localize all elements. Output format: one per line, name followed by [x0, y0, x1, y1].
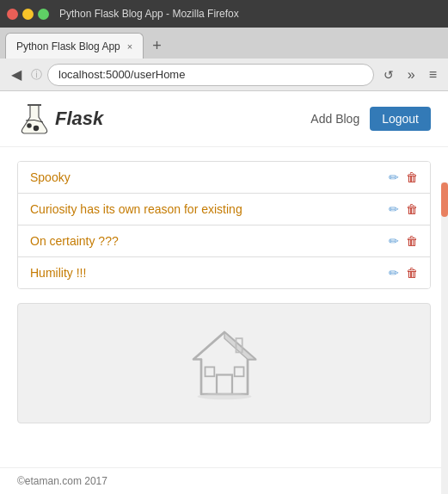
blog-list: Spooky✏🗑Curiosity has its own reason for… [17, 161, 431, 289]
tab-close-button[interactable]: × [127, 41, 132, 52]
menu-button[interactable]: ≡ [425, 65, 441, 84]
footer-text: ©etaman.com 2017 [17, 475, 107, 487]
blog-actions: ✏🗑 [389, 170, 418, 184]
blog-row: Curiosity has its own reason for existin… [18, 194, 430, 225]
navbar: Flask Add Blog Logout [0, 91, 448, 147]
blog-title-link[interactable]: Spooky [30, 170, 71, 184]
delete-icon[interactable]: 🗑 [406, 234, 418, 248]
page: Flask Add Blog Logout Spooky✏🗑Curiosity … [0, 91, 448, 494]
edit-icon[interactable]: ✏ [389, 202, 399, 216]
svg-point-8 [197, 393, 251, 399]
tab-bar: Python Flask Blog App × + [0, 28, 448, 59]
delete-icon[interactable]: 🗑 [406, 202, 418, 216]
blog-row: Humility !!!✏🗑 [18, 257, 430, 288]
edit-icon[interactable]: ✏ [389, 234, 399, 248]
blog-row: On certainty ???✏🗑 [18, 225, 430, 257]
footer: ©etaman.com 2017 [0, 467, 448, 494]
new-tab-button[interactable]: + [144, 33, 170, 59]
edit-icon[interactable]: ✏ [389, 170, 399, 184]
overflow-button[interactable]: » [403, 65, 420, 84]
minimize-window-button[interactable] [22, 9, 34, 20]
info-icon: ⓘ [31, 67, 42, 83]
reload-button[interactable]: ↺ [379, 66, 398, 83]
scrollbar-track[interactable] [441, 182, 448, 494]
delete-icon[interactable]: 🗑 [406, 170, 418, 184]
svg-rect-5 [205, 367, 214, 377]
svg-marker-2 [193, 332, 255, 394]
blog-actions: ✏🗑 [389, 202, 418, 216]
title-bar: Python Flask Blog App - Mozilla Firefox [0, 0, 448, 28]
svg-point-0 [28, 124, 31, 127]
active-tab[interactable]: Python Flask Blog App × [5, 33, 144, 59]
logout-button[interactable]: Logout [370, 107, 431, 131]
nav-right: Add Blog Logout [310, 107, 431, 131]
blog-title-link[interactable]: On certainty ??? [30, 234, 119, 248]
edit-icon[interactable]: ✏ [389, 266, 399, 280]
svg-marker-3 [224, 332, 255, 360]
svg-rect-6 [234, 367, 243, 377]
url-input[interactable] [47, 64, 374, 86]
flask-logo: Flask [17, 102, 103, 136]
svg-rect-4 [217, 375, 232, 395]
blog-actions: ✏🗑 [389, 266, 418, 280]
blog-title-link[interactable]: Curiosity has its own reason for existin… [30, 202, 242, 216]
flask-logo-icon [17, 102, 52, 136]
blog-row: Spooky✏🗑 [18, 162, 430, 194]
browser-content: Flask Add Blog Logout Spooky✏🗑Curiosity … [0, 91, 448, 494]
maximize-window-button[interactable] [38, 9, 49, 20]
tab-label: Python Flask Blog App [16, 40, 120, 52]
svg-point-1 [34, 127, 39, 131]
delete-icon[interactable]: 🗑 [406, 266, 418, 280]
add-blog-link[interactable]: Add Blog [310, 112, 359, 126]
house-icon [186, 324, 263, 402]
brand-name: Flask [55, 108, 103, 130]
back-button[interactable]: ◀ [7, 65, 26, 84]
blog-actions: ✏🗑 [389, 234, 418, 248]
close-window-button[interactable] [7, 9, 18, 20]
house-image-area [17, 303, 431, 423]
blog-title-link[interactable]: Humility !!! [30, 266, 86, 280]
window-title: Python Flask Blog App - Mozilla Firefox [59, 8, 239, 20]
window-controls [7, 9, 49, 20]
address-bar: ◀ ⓘ ↺ » ≡ [0, 59, 448, 91]
scrollbar-thumb[interactable] [441, 182, 448, 217]
